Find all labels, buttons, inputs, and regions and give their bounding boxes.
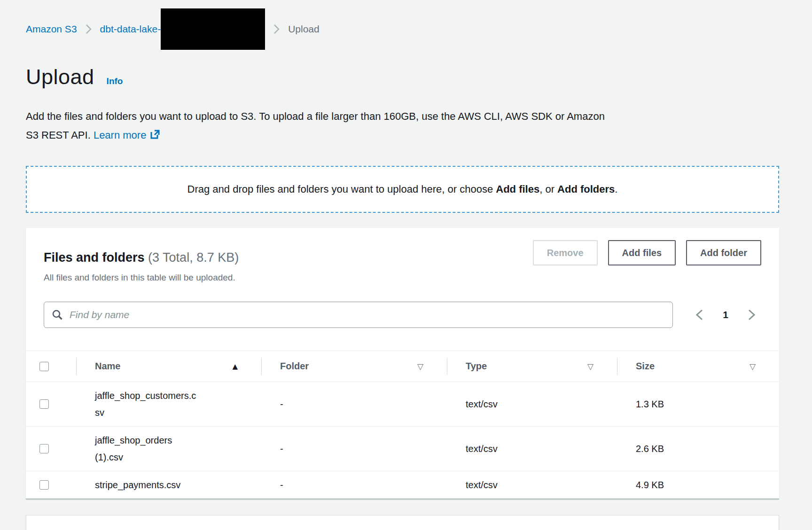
column-header-folder[interactable]: Folder ▽ bbox=[261, 351, 447, 382]
cell-name: jaffle_shop_orders (1).csv bbox=[76, 427, 261, 471]
info-link[interactable]: Info bbox=[107, 76, 123, 86]
add-files-button[interactable]: Add files bbox=[608, 240, 676, 265]
table-row: jaffle_shop_customers.csv - text/csv 1.3… bbox=[26, 382, 779, 427]
next-page-button[interactable] bbox=[746, 307, 757, 323]
drag-and-drop-zone[interactable]: Drag and drop files and folders you want… bbox=[26, 166, 779, 213]
search-box bbox=[44, 302, 673, 328]
chevron-left-icon bbox=[695, 309, 703, 321]
learn-more-link[interactable]: Learn more bbox=[94, 129, 147, 141]
pagination: 1 bbox=[673, 307, 761, 323]
cell-name: stripe_payments.csv bbox=[76, 471, 261, 499]
row-checkbox[interactable] bbox=[39, 480, 49, 490]
cell-folder: - bbox=[261, 390, 447, 418]
table-row: stripe_payments.csv - text/csv 4.9 KB bbox=[26, 471, 779, 499]
search-input[interactable] bbox=[70, 309, 665, 320]
page-title: Upload bbox=[26, 65, 94, 89]
external-link-icon bbox=[150, 127, 160, 146]
dropzone-text: Drag and drop files and folders you want… bbox=[187, 183, 618, 195]
row-checkbox[interactable] bbox=[39, 399, 49, 409]
previous-page-button[interactable] bbox=[694, 307, 705, 323]
cell-type: text/csv bbox=[447, 390, 617, 418]
intro-paragraph: Add the files and folders you want to up… bbox=[26, 107, 779, 146]
redacted-bucket-name bbox=[161, 8, 265, 50]
column-header-type[interactable]: Type ▽ bbox=[447, 351, 617, 382]
next-section-card bbox=[26, 515, 779, 530]
panel-count: (3 Total, 8.7 KB) bbox=[148, 250, 239, 265]
files-and-folders-panel: Files and folders (3 Total, 8.7 KB) All … bbox=[26, 228, 779, 499]
panel-subtitle: All files and folders in this table will… bbox=[44, 273, 239, 283]
cell-size: 2.6 KB bbox=[617, 435, 779, 462]
row-select-cell bbox=[26, 382, 76, 426]
select-all-cell bbox=[26, 351, 76, 382]
chevron-right-icon bbox=[86, 24, 92, 34]
breadcrumb-amazon-s3[interactable]: Amazon S3 bbox=[26, 23, 77, 35]
cell-folder: - bbox=[261, 471, 447, 499]
remove-button[interactable]: Remove bbox=[533, 240, 598, 265]
chevron-right-icon bbox=[273, 24, 280, 34]
intro-line1: Add the files and folders you want to up… bbox=[26, 110, 605, 122]
row-select-cell bbox=[26, 471, 76, 499]
intro-line2: S3 REST API. bbox=[26, 129, 94, 141]
cell-folder: - bbox=[261, 435, 447, 462]
add-folder-button[interactable]: Add folder bbox=[686, 240, 761, 265]
breadcrumb: Amazon S3 dbt-data-lake- Upload bbox=[26, 8, 779, 50]
cell-size: 4.9 KB bbox=[617, 471, 779, 499]
search-icon bbox=[52, 309, 63, 320]
filter-icon: ▽ bbox=[750, 362, 756, 371]
cell-type: text/csv bbox=[447, 435, 617, 462]
table-row: jaffle_shop_orders (1).csv - text/csv 2.… bbox=[26, 427, 779, 471]
filter-icon: ▽ bbox=[587, 362, 593, 371]
select-all-checkbox[interactable] bbox=[39, 362, 49, 371]
breadcrumb-current-upload: Upload bbox=[288, 23, 320, 35]
cell-type: text/csv bbox=[447, 471, 617, 499]
chevron-right-icon bbox=[748, 309, 756, 321]
row-select-cell bbox=[26, 427, 76, 471]
breadcrumb-bucket-link[interactable]: dbt-data-lake- bbox=[100, 23, 161, 35]
filter-icon: ▽ bbox=[417, 362, 423, 371]
page-number[interactable]: 1 bbox=[723, 309, 728, 320]
row-checkbox[interactable] bbox=[39, 444, 49, 453]
cell-size: 1.3 KB bbox=[617, 390, 779, 418]
column-header-name[interactable]: Name ▲ bbox=[76, 351, 261, 382]
cell-name: jaffle_shop_customers.csv bbox=[76, 382, 261, 426]
sort-ascending-icon: ▲ bbox=[232, 362, 238, 371]
panel-title: Files and folders (3 Total, 8.7 KB) bbox=[44, 250, 239, 265]
table-header-row: Name ▲ Folder ▽ Type ▽ Size ▽ bbox=[26, 351, 779, 382]
column-header-size[interactable]: Size ▽ bbox=[617, 351, 779, 382]
files-table: Name ▲ Folder ▽ Type ▽ Size ▽ bbox=[26, 351, 779, 499]
